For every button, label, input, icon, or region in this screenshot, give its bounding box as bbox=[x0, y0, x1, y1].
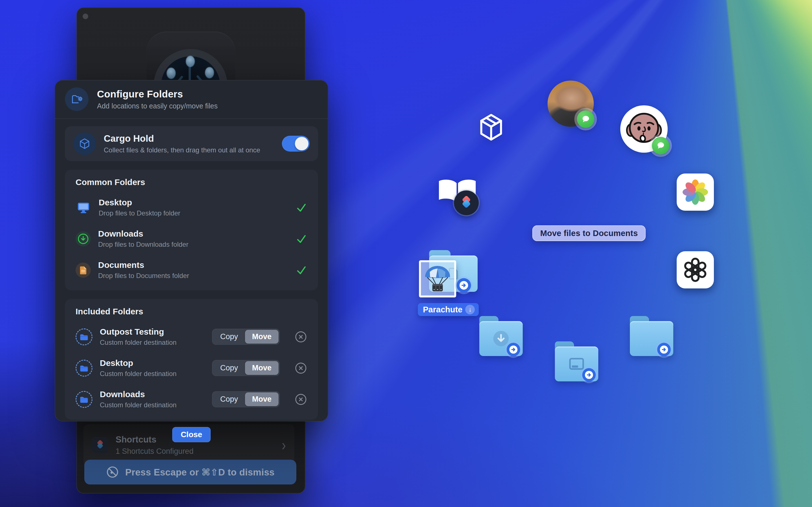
documents-drop-folder[interactable] bbox=[630, 316, 692, 364]
checkmark-icon bbox=[296, 233, 307, 245]
move-arrow-badge-icon bbox=[580, 366, 598, 384]
window-close-button[interactable] bbox=[83, 13, 88, 19]
desktop-drop-folder[interactable] bbox=[555, 341, 617, 389]
common-folder-row-desktop[interactable]: Desktop Drop files to Desktop folder bbox=[73, 195, 310, 220]
contact-avatar-cartoon[interactable] bbox=[620, 105, 669, 157]
configure-folders-dialog: Configure Folders Add locations to easil… bbox=[55, 80, 328, 421]
copy-move-segmented-control: Copy Move bbox=[212, 329, 280, 345]
folder-gear-icon bbox=[65, 87, 89, 111]
cargo-hold-toggle[interactable] bbox=[282, 136, 310, 152]
common-folder-row-downloads[interactable]: Downloads Drop files to Downloads folder bbox=[73, 226, 310, 251]
copy-button[interactable]: Copy bbox=[213, 392, 245, 406]
dismiss-label: Press Escape or ⌘⇧D to dismiss bbox=[125, 467, 274, 478]
desktop-monitor-icon bbox=[75, 200, 91, 216]
download-badge-icon: ↓ bbox=[465, 305, 475, 314]
row-title: Downloads bbox=[100, 390, 176, 399]
copy-move-segmented-control: Copy Move bbox=[212, 360, 280, 376]
cargo-hold-row: Cargo Hold Collect files & folders, then… bbox=[65, 126, 318, 161]
row-title: Desktop bbox=[99, 198, 180, 207]
common-folder-row-documents[interactable]: Documents Drop files to Documents folder bbox=[73, 258, 310, 283]
row-subtitle: Custom folder destination bbox=[100, 370, 176, 378]
row-subtitle: Drop files to Downloads folder bbox=[98, 240, 188, 248]
dismiss-button[interactable]: Press Escape or ⌘⇧D to dismiss bbox=[84, 460, 296, 485]
move-button[interactable]: Move bbox=[245, 330, 278, 344]
package-cube-icon[interactable] bbox=[477, 110, 505, 145]
move-button[interactable]: Move bbox=[245, 392, 278, 406]
custom-folder-icon bbox=[75, 328, 93, 345]
common-folders-header: Common Folders bbox=[75, 177, 310, 187]
imessage-badge-icon bbox=[652, 137, 669, 154]
included-folder-row-desktop: Desktop Custom folder destination Copy M… bbox=[73, 355, 310, 381]
remove-folder-button[interactable] bbox=[294, 393, 307, 406]
download-circle-icon bbox=[75, 231, 91, 246]
dialog-title: Configure Folders bbox=[97, 89, 218, 100]
cube-icon bbox=[73, 132, 96, 155]
macos-desktop: Move files to Documents bbox=[0, 0, 812, 507]
chatgpt-app-icon[interactable] bbox=[677, 251, 714, 288]
downloads-drop-folder[interactable] bbox=[479, 316, 541, 364]
document-icon bbox=[75, 263, 91, 278]
checkmark-icon bbox=[296, 202, 307, 214]
parachute-label: Parachute ↓ bbox=[418, 303, 479, 316]
custom-folder-icon bbox=[75, 360, 93, 377]
imessage-badge-icon bbox=[577, 110, 594, 128]
row-subtitle: Custom folder destination bbox=[100, 339, 176, 346]
hide-icon bbox=[106, 466, 119, 478]
parachute-drop-folder[interactable]: Parachute ↓ bbox=[418, 250, 491, 318]
books-icon[interactable] bbox=[436, 177, 484, 219]
copy-button[interactable]: Copy bbox=[213, 330, 245, 344]
parachute-app-thumbnail[interactable] bbox=[419, 260, 456, 297]
checkmark-icon bbox=[296, 264, 307, 276]
copy-move-segmented-control: Copy Move bbox=[212, 391, 280, 407]
common-folders-section: Common Folders Desktop Drop files to Des… bbox=[65, 170, 318, 290]
shortcuts-badge-icon bbox=[454, 190, 479, 215]
row-title: Documents bbox=[98, 260, 189, 270]
row-subtitle: Custom folder destination bbox=[100, 401, 176, 409]
move-arrow-badge-icon bbox=[455, 276, 473, 295]
row-subtitle: Drop files to Desktop folder bbox=[99, 209, 180, 217]
included-folders-header: Included Folders bbox=[75, 307, 310, 316]
dialog-header: Configure Folders Add locations to easil… bbox=[55, 80, 328, 119]
included-folders-section: Included Folders Outpost Testing Custom … bbox=[65, 299, 318, 420]
cargo-hold-title: Cargo Hold bbox=[104, 133, 260, 144]
row-title: Downloads bbox=[98, 229, 188, 238]
close-button[interactable]: Close bbox=[172, 427, 211, 442]
copy-button[interactable]: Copy bbox=[213, 361, 245, 375]
remove-folder-button[interactable] bbox=[294, 362, 307, 375]
contact-avatar-photo[interactable] bbox=[548, 80, 595, 131]
custom-folder-icon bbox=[75, 391, 93, 408]
row-title: Outpost Testing bbox=[100, 327, 176, 337]
photos-app-icon[interactable] bbox=[677, 173, 714, 211]
included-folder-row-downloads: Downloads Custom folder destination Copy… bbox=[73, 387, 310, 412]
dialog-subtitle: Add locations to easily copy/move files bbox=[97, 102, 218, 110]
shortcuts-row-subtitle: 1 Shortcuts Configured bbox=[116, 447, 193, 456]
remove-folder-button[interactable] bbox=[294, 330, 307, 343]
move-button[interactable]: Move bbox=[245, 361, 278, 375]
included-folder-row-outpost-testing: Outpost Testing Custom folder destinatio… bbox=[73, 324, 310, 349]
parachute-label-text: Parachute bbox=[423, 305, 462, 314]
cargo-hold-subtitle: Collect files & folders, then drag them … bbox=[104, 146, 260, 154]
row-subtitle: Drop files to Documents folder bbox=[98, 272, 189, 280]
move-arrow-badge-icon bbox=[655, 341, 673, 358]
move-arrow-badge-icon bbox=[505, 341, 522, 358]
drop-action-tooltip: Move files to Documents bbox=[532, 225, 646, 241]
row-title: Desktop bbox=[100, 358, 176, 368]
